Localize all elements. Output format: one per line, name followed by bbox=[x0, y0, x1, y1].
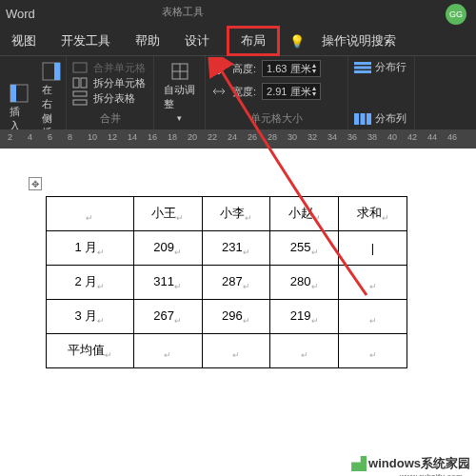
table-cell[interactable]: 2 月↵ bbox=[47, 266, 134, 300]
split-table-button[interactable]: 拆分表格 bbox=[72, 90, 148, 106]
svg-rect-4 bbox=[73, 63, 87, 72]
table-cell-active[interactable] bbox=[339, 231, 407, 266]
ruler-mark: 20 bbox=[188, 132, 197, 142]
table-header-row: ↵ 小王↵ 小李↵ 小赵↵ 求和↵ bbox=[47, 197, 407, 231]
table-header-cell[interactable]: ↵ bbox=[47, 197, 134, 231]
svg-rect-7 bbox=[73, 91, 87, 96]
tab-design[interactable]: 设计 bbox=[177, 28, 217, 54]
table-cell[interactable]: 280↵ bbox=[270, 266, 339, 300]
table-row: 1 月↵ 209↵ 231↵ 255↵ bbox=[47, 231, 407, 266]
table-cell[interactable]: ↵ bbox=[339, 266, 407, 300]
width-spinner[interactable]: 2.91 厘米▴▾ bbox=[262, 83, 321, 100]
tab-help[interactable]: 帮助 bbox=[128, 28, 168, 54]
tab-developer[interactable]: 开发工具 bbox=[53, 28, 118, 54]
table-insert-right-icon bbox=[42, 62, 61, 81]
table-cell[interactable]: 255↵ bbox=[270, 231, 339, 266]
ruler-mark: 6 bbox=[48, 132, 52, 142]
ruler-mark: 18 bbox=[168, 132, 177, 142]
table-cell[interactable]: 311↵ bbox=[133, 266, 202, 300]
table-cell[interactable]: 219↵ bbox=[270, 300, 339, 334]
col-width-control[interactable]: 宽度: 2.91 厘米▴▾ bbox=[211, 83, 342, 100]
table-row: 平均值↵ ↵ ↵ ↵ ↵ bbox=[47, 334, 407, 368]
distribute-cols-button[interactable]: 分布列 bbox=[354, 111, 408, 126]
table-cell[interactable]: 209↵ bbox=[133, 231, 202, 266]
tab-layout[interactable]: 布局 bbox=[227, 26, 280, 56]
ruler-mark: 4 bbox=[28, 132, 32, 142]
ruler-mark: 8 bbox=[68, 132, 72, 142]
merge-group-label: 合并 bbox=[72, 109, 148, 126]
table-insert-icon bbox=[10, 84, 29, 103]
ruler-mark: 26 bbox=[248, 132, 257, 142]
split-cells-button[interactable]: 拆分单元格 bbox=[72, 75, 148, 90]
table-cell[interactable]: ↵ bbox=[270, 334, 339, 368]
spinner-arrows-icon: ▴▾ bbox=[312, 86, 316, 97]
account-badge[interactable]: GG bbox=[446, 4, 466, 25]
table-header-cell[interactable]: 小王↵ bbox=[133, 197, 202, 231]
table-row: 3 月↵ 267↵ 296↵ 219↵ ↵ bbox=[47, 300, 407, 334]
table-cell[interactable]: ↵ bbox=[133, 334, 202, 368]
table-header-cell[interactable]: 求和↵ bbox=[339, 197, 407, 231]
table-tools-context: 表格工具 bbox=[162, 5, 204, 19]
ruler-mark: 40 bbox=[387, 132, 397, 142]
distribute-cols-icon bbox=[354, 113, 371, 125]
svg-rect-6 bbox=[81, 78, 87, 88]
table-header-cell[interactable]: 小李↵ bbox=[202, 197, 270, 231]
table-cell[interactable]: 287↵ bbox=[202, 266, 270, 300]
split-cells-icon bbox=[72, 75, 88, 90]
svg-rect-12 bbox=[354, 62, 371, 65]
app-title: Word bbox=[6, 7, 470, 21]
ruler-mark: 2 bbox=[8, 132, 12, 142]
merge-cells-button[interactable]: 合并单元格 bbox=[72, 60, 148, 75]
table-row: 2 月↵ 311↵ 287↵ 280↵ ↵ bbox=[47, 266, 407, 300]
ruler-mark: 22 bbox=[208, 132, 217, 142]
split-table-icon bbox=[72, 90, 88, 106]
svg-rect-8 bbox=[73, 100, 87, 105]
row-height-control[interactable]: 高度: 1.63 厘米▴▾ bbox=[211, 60, 342, 77]
data-table[interactable]: ↵ 小王↵ 小李↵ 小赵↵ 求和↵ 1 月↵ 209↵ 231↵ 255↵ 2 … bbox=[46, 196, 407, 368]
width-icon bbox=[211, 84, 227, 99]
ribbon: 插入 在右侧插入 合并单元格 拆分单元格 拆分表格 合并 自动调整 ▾ 高度: … bbox=[0, 55, 476, 129]
ruler-mark: 32 bbox=[307, 132, 317, 142]
table-cell[interactable]: 267↵ bbox=[133, 300, 202, 334]
svg-rect-5 bbox=[73, 78, 79, 88]
ruler-mark: 44 bbox=[427, 132, 437, 142]
watermark: windows系统家园 www.ruhaifu.com bbox=[351, 455, 470, 472]
table-cell[interactable]: ↵ bbox=[202, 334, 270, 368]
ruler-mark: 28 bbox=[268, 132, 277, 142]
ruler-mark: 24 bbox=[228, 132, 237, 142]
table-cell[interactable]: 231↵ bbox=[202, 231, 270, 266]
table-cell[interactable]: 1 月↵ bbox=[47, 231, 134, 266]
table-cell[interactable]: 3 月↵ bbox=[47, 300, 134, 334]
ruler-mark: 36 bbox=[347, 132, 357, 142]
watermark-logo-icon bbox=[351, 456, 367, 471]
title-bar: Word bbox=[0, 0, 476, 27]
svg-rect-1 bbox=[10, 85, 16, 102]
horizontal-ruler[interactable]: 2468101214161820222426283032343638404244… bbox=[0, 129, 476, 149]
table-cell[interactable]: 296↵ bbox=[202, 300, 270, 334]
ruler-mark: 10 bbox=[88, 132, 97, 142]
ruler-mark: 14 bbox=[128, 132, 137, 142]
distribute-rows-button[interactable]: 分布行 bbox=[354, 60, 408, 74]
cell-size-group-label: 单元格大小 bbox=[211, 109, 342, 126]
ruler-mark: 46 bbox=[447, 132, 457, 142]
merge-icon bbox=[72, 60, 88, 75]
height-spinner[interactable]: 1.63 厘米▴▾ bbox=[262, 60, 321, 77]
tab-view[interactable]: 视图 bbox=[4, 28, 44, 54]
table-cell[interactable]: ↵ bbox=[339, 300, 407, 334]
svg-rect-15 bbox=[354, 113, 359, 125]
autofit-button[interactable]: 自动调整 ▾ bbox=[160, 60, 199, 125]
svg-rect-14 bbox=[354, 70, 371, 73]
ruler-mark: 38 bbox=[367, 132, 377, 142]
table-header-cell[interactable]: 小赵↵ bbox=[270, 197, 339, 231]
insert-left-button[interactable]: 插入 bbox=[6, 82, 32, 135]
ruler-mark: 16 bbox=[148, 132, 157, 142]
ribbon-tabs: 视图 开发工具 帮助 设计 布局 💡 操作说明搜索 bbox=[0, 27, 476, 55]
table-cell[interactable]: ↵ bbox=[339, 334, 407, 368]
svg-rect-16 bbox=[361, 113, 366, 125]
tell-me-search[interactable]: 操作说明搜索 bbox=[314, 28, 404, 54]
table-cell[interactable]: 平均值↵ bbox=[47, 334, 134, 368]
height-icon bbox=[211, 61, 227, 76]
ruler-mark: 12 bbox=[108, 132, 117, 142]
svg-rect-17 bbox=[367, 113, 371, 125]
table-move-handle[interactable]: ✥ bbox=[29, 177, 42, 190]
